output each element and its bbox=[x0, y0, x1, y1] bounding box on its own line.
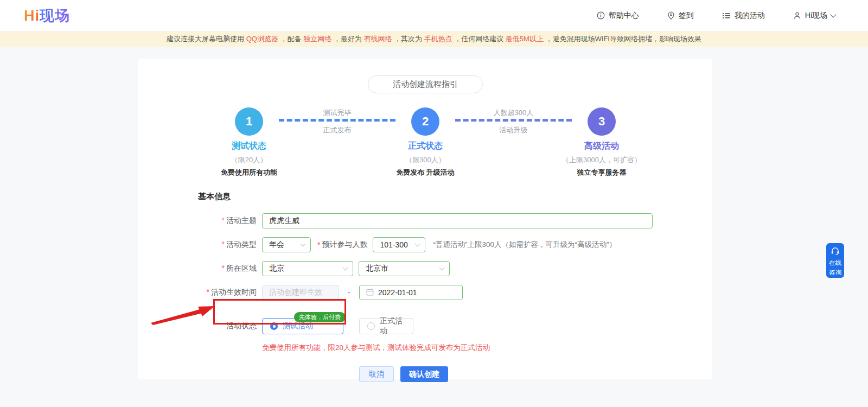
notice-highlight: 手机热点 bbox=[424, 34, 452, 44]
required-mark: * bbox=[317, 240, 320, 249]
form-actions: 取消 确认创建 bbox=[138, 366, 712, 382]
form-row-theme: *活动主题 虎虎生威 bbox=[138, 213, 712, 228]
required-mark: * bbox=[222, 264, 225, 272]
list-icon bbox=[722, 12, 731, 20]
consult-label-line1: 在线 bbox=[829, 259, 841, 267]
step-formal-status: 2 正式状态 （限300人） 免费发布 升级活动 bbox=[387, 107, 463, 177]
status-helper-text: 免费使用所有功能，限20人参与测试，测试体验完成可发布为正式活动 bbox=[262, 343, 712, 353]
select-value: 北京 bbox=[269, 264, 284, 274]
step-name: 测试状态 bbox=[232, 141, 266, 152]
notice-text: ，其次为 bbox=[392, 34, 424, 44]
connector-top-label: 人数超300人 bbox=[494, 107, 534, 118]
city-select[interactable]: 北京市 bbox=[359, 261, 450, 276]
dashed-line bbox=[455, 119, 572, 122]
dashed-line bbox=[279, 119, 395, 122]
time-range-separator: - bbox=[339, 288, 359, 297]
notice-highlight: 最低5M以上 bbox=[506, 34, 544, 44]
expected-people-select[interactable]: 101-300 bbox=[373, 237, 425, 252]
field-label: *所在区域 bbox=[138, 264, 257, 274]
calendar-icon bbox=[366, 288, 374, 297]
label-text: 活动类型 bbox=[226, 240, 257, 249]
nav-label: Hi现场 bbox=[805, 11, 827, 21]
form-row-status: 活动状态 测试活动 先体验，后付费 正式活动 bbox=[138, 318, 712, 334]
radio-unselected-icon bbox=[367, 322, 375, 330]
logo-hi: Hi bbox=[24, 8, 40, 24]
online-consult-widget[interactable]: 在线 咨询 bbox=[826, 243, 844, 278]
input-placeholder: 活动创建即生效 bbox=[269, 288, 322, 297]
chevron-down-icon bbox=[830, 11, 836, 17]
wizard-stepper: 1 测试状态 （限20人） 免费使用所有功能 测试完毕 正式发布 2 正式状态 … bbox=[138, 107, 712, 177]
nav-account[interactable]: Hi现场 bbox=[793, 11, 835, 21]
connector-top-label: 测试完毕 bbox=[323, 107, 352, 118]
input-value: 2022-01-01 bbox=[378, 288, 417, 297]
step-circle-2: 2 bbox=[411, 107, 439, 136]
nav-my-events[interactable]: 我的活动 bbox=[722, 11, 765, 21]
status-option-test[interactable]: 测试活动 先体验，后付费 bbox=[262, 318, 343, 334]
chevron-down-icon bbox=[301, 241, 306, 247]
nav-label: 签到 bbox=[679, 11, 694, 21]
step-name: 高级活动 bbox=[584, 141, 619, 152]
step-advanced-event: 3 高级活动 （上限3000人，可扩容） 独立专享服务器 bbox=[564, 107, 640, 177]
event-form: *活动主题 虎虎生威 *活动类型 年会 *预计参与人数 101-300 “普通活… bbox=[138, 213, 712, 382]
step-circle-1: 1 bbox=[235, 107, 263, 136]
field-label: *活动主题 bbox=[138, 216, 257, 226]
required-mark: * bbox=[207, 288, 209, 296]
network-notice-bar: 建议连接大屏幕电脑使用 QQ浏览器 ，配备 独立网络 ，最好为 有线网络 ，其次… bbox=[0, 31, 868, 47]
required-mark: * bbox=[222, 216, 225, 225]
nav-checkin[interactable]: 签到 bbox=[667, 11, 694, 21]
page: Hi现场 帮助中心 签到 我的活动 bbox=[0, 0, 868, 407]
end-date-input[interactable]: 2022-01-01 bbox=[359, 285, 463, 300]
notice-text: ，配备 bbox=[278, 34, 303, 44]
create-event-card: 活动创建流程指引 1 测试状态 （限20人） 免费使用所有功能 测试完毕 正式发… bbox=[138, 59, 712, 379]
cancel-button[interactable]: 取消 bbox=[359, 366, 394, 382]
connector-bottom-label: 活动升级 bbox=[500, 125, 528, 135]
event-theme-input[interactable]: 虎虎生威 bbox=[262, 213, 653, 228]
field-label: *活动类型 bbox=[138, 240, 257, 250]
people-limit-hint: “普通活动”上限300人（如需扩容，可升级为“高级活动”） bbox=[433, 240, 616, 250]
info-icon bbox=[597, 11, 605, 20]
event-type-select[interactable]: 年会 bbox=[262, 237, 311, 252]
step-connector-1: 测试完毕 正式发布 bbox=[279, 107, 395, 135]
option-label: 正式活动 bbox=[380, 316, 405, 336]
notice-text: 建议连接大屏幕电脑使用 bbox=[167, 34, 246, 44]
step-desc: 免费发布 升级活动 bbox=[396, 168, 455, 177]
step-test-status: 1 测试状态 （限20人） 免费使用所有功能 bbox=[211, 107, 287, 177]
status-option-formal[interactable]: 正式活动 bbox=[359, 318, 413, 334]
radio-selected-icon bbox=[270, 322, 278, 330]
nav-help-center[interactable]: 帮助中心 bbox=[597, 11, 639, 21]
select-value: 101-300 bbox=[380, 240, 407, 249]
logo[interactable]: Hi现场 bbox=[24, 6, 70, 26]
user-icon bbox=[793, 11, 801, 20]
confirm-create-button[interactable]: 确认创建 bbox=[400, 366, 448, 382]
option-label: 测试活动 bbox=[283, 321, 313, 331]
notice-highlight: QQ浏览器 bbox=[246, 34, 278, 44]
label-text: 预计参与人数 bbox=[322, 240, 367, 250]
step-limit: （限20人） bbox=[231, 155, 267, 165]
notice-text: ，避免混用现场WIFI导致网络拥堵，影响现场效果 bbox=[544, 34, 701, 44]
step-desc: 独立专享服务器 bbox=[577, 168, 627, 177]
form-row-type-people: *活动类型 年会 *预计参与人数 101-300 “普通活动”上限300人（如需… bbox=[138, 237, 712, 252]
label-text: 活动主题 bbox=[226, 216, 257, 225]
required-mark: * bbox=[222, 240, 225, 249]
start-time-input-disabled: 活动创建即生效 bbox=[262, 285, 339, 300]
label-text: 活动状态 bbox=[226, 321, 257, 330]
header-nav: 帮助中心 签到 我的活动 Hi现场 bbox=[597, 11, 835, 21]
nav-label: 我的活动 bbox=[735, 11, 765, 21]
top-header: Hi现场 帮助中心 签到 我的活动 bbox=[0, 0, 868, 31]
label-text: 活动生效时间 bbox=[211, 288, 257, 296]
form-row-region: *所在区域 北京 北京市 bbox=[138, 261, 712, 276]
form-row-effective-time: *活动生效时间 活动创建即生效 - 2022-01-01 bbox=[138, 285, 712, 300]
field-label: 活动状态 bbox=[138, 321, 257, 331]
notice-text: ，任何网络建议 bbox=[452, 34, 506, 44]
connector-bottom-label: 正式发布 bbox=[323, 125, 352, 135]
status-badge: 先体验，后付费 bbox=[294, 312, 346, 322]
select-value: 北京市 bbox=[366, 264, 388, 274]
input-value: 虎虎生威 bbox=[269, 216, 299, 226]
chevron-down-icon bbox=[439, 265, 445, 271]
notice-highlight: 独立网络 bbox=[303, 34, 331, 44]
select-value: 年会 bbox=[269, 240, 284, 250]
consult-label-line2: 咨询 bbox=[829, 269, 841, 277]
headset-icon bbox=[831, 246, 840, 257]
pin-icon bbox=[667, 11, 675, 20]
province-select[interactable]: 北京 bbox=[262, 261, 353, 276]
